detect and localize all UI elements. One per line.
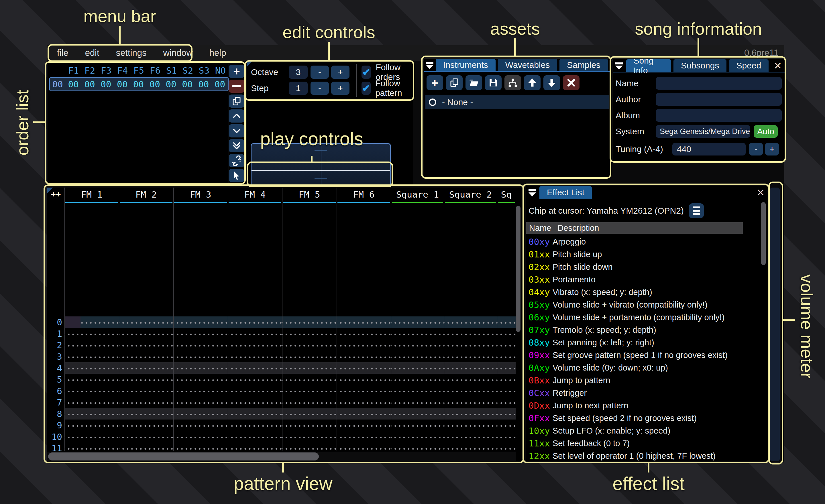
- order-cell[interactable]: 00: [163, 79, 179, 89]
- pattern-row[interactable]: 5: [47, 374, 516, 385]
- name-input[interactable]: [656, 77, 782, 90]
- auto-system-button[interactable]: Auto: [754, 125, 778, 138]
- pattern-cell[interactable]: [173, 420, 228, 431]
- tab-wavetables[interactable]: Wavetables: [498, 59, 557, 71]
- pattern-cell[interactable]: [64, 374, 119, 385]
- octave-decrease-button[interactable]: -: [310, 66, 329, 79]
- deep-clone-order-button[interactable]: [229, 154, 245, 167]
- channel-header-fm-3[interactable]: FM 3: [173, 187, 228, 205]
- add-asset-button[interactable]: +: [427, 75, 443, 90]
- pattern-cell[interactable]: [336, 431, 391, 442]
- pattern-cell[interactable]: [228, 420, 282, 431]
- pattern-cell[interactable]: [497, 431, 516, 442]
- pattern-cell[interactable]: [64, 351, 119, 362]
- close-icon[interactable]: ×: [753, 186, 768, 199]
- pattern-row[interactable]: 9: [47, 420, 516, 431]
- pattern-cell[interactable]: [119, 431, 173, 442]
- pattern-row[interactable]: 3: [47, 351, 516, 362]
- channel-header-fm-6[interactable]: FM 6: [336, 187, 391, 205]
- effect-list-scrollbar[interactable]: [761, 202, 766, 265]
- pattern-cell[interactable]: [173, 431, 228, 442]
- move-order-up-button[interactable]: [229, 109, 245, 122]
- pattern-cell[interactable]: [336, 362, 391, 374]
- pattern-cell[interactable]: [391, 408, 444, 420]
- pattern-cell[interactable]: [119, 385, 173, 397]
- pattern-cell[interactable]: [444, 420, 497, 431]
- effect-row[interactable]: 05xyVolume slide + vibrato (compatibilit…: [526, 299, 761, 311]
- pattern-cell[interactable]: [173, 339, 228, 351]
- tab-effect-list[interactable]: Effect List: [539, 186, 592, 199]
- pattern-cell[interactable]: [391, 362, 444, 374]
- pattern-cell[interactable]: [497, 420, 516, 431]
- pattern-cell[interactable]: [336, 339, 391, 351]
- effect-row[interactable]: 11xxSet feedback (0 to 7): [526, 437, 761, 449]
- tab-speed[interactable]: Speed: [729, 59, 768, 72]
- pattern-cell[interactable]: [282, 339, 336, 351]
- pattern-cell[interactable]: [444, 362, 497, 374]
- pattern-cell[interactable]: [282, 351, 336, 362]
- pattern-row[interactable]: 1: [47, 328, 516, 339]
- pattern-cell[interactable]: [391, 374, 444, 385]
- pattern-cell[interactable]: [173, 351, 228, 362]
- pattern-cell[interactable]: [228, 362, 282, 374]
- pattern-cell[interactable]: [119, 397, 173, 408]
- open-asset-button[interactable]: [465, 75, 482, 90]
- order-column-F3[interactable]: F3: [98, 65, 114, 76]
- pattern-cell[interactable]: [173, 397, 228, 408]
- pattern-cell[interactable]: [391, 339, 444, 351]
- pattern-cell[interactable]: [336, 408, 391, 420]
- effect-row[interactable]: 08xySet panning (x: left; y: right): [526, 336, 761, 349]
- tuning-decrease-button[interactable]: -: [749, 143, 763, 156]
- effect-row[interactable]: 09xxSet groove pattern (speed 1 if no gr…: [526, 349, 761, 361]
- save-asset-button[interactable]: [485, 75, 502, 90]
- collapse-icon[interactable]: [527, 186, 537, 199]
- pattern-cell[interactable]: [64, 339, 119, 351]
- menu-edit[interactable]: edit: [85, 48, 99, 58]
- pattern-cell[interactable]: [497, 374, 516, 385]
- pattern-row[interactable]: 8: [47, 408, 516, 420]
- pattern-cell[interactable]: [336, 328, 391, 339]
- octave-input[interactable]: 3: [289, 66, 308, 79]
- channel-header-square-2[interactable]: Square 2: [444, 187, 497, 205]
- pattern-cell[interactable]: [228, 317, 282, 328]
- pattern-vertical-scrollbar[interactable]: [516, 206, 521, 332]
- order-list-row[interactable]: 0000000000000000000000: [49, 77, 229, 91]
- pattern-cell[interactable]: [228, 397, 282, 408]
- effect-row[interactable]: 07xyTremolo (x: speed; y: depth): [526, 324, 761, 336]
- channel-header-sq[interactable]: Sq: [497, 187, 516, 205]
- add-order-button[interactable]: +: [229, 65, 245, 78]
- duplicate-order-to-end-button[interactable]: [229, 139, 245, 152]
- tuning-increase-button[interactable]: +: [765, 143, 779, 156]
- pattern-cell[interactable]: [64, 362, 119, 374]
- pattern-cell[interactable]: [391, 431, 444, 442]
- pattern-cell[interactable]: [391, 328, 444, 339]
- remove-order-button[interactable]: [229, 80, 245, 93]
- duplicate-asset-button[interactable]: [446, 75, 463, 90]
- step-increase-button[interactable]: +: [331, 82, 350, 95]
- delete-asset-button[interactable]: [563, 75, 580, 90]
- pattern-horizontal-scrollbar[interactable]: [48, 452, 319, 460]
- pattern-cell[interactable]: [228, 408, 282, 420]
- tab-samples[interactable]: Samples: [559, 59, 608, 71]
- effect-row[interactable]: 00xyArpeggio: [526, 235, 761, 248]
- tab-instruments[interactable]: Instruments: [436, 59, 496, 71]
- channel-header-fm-4[interactable]: FM 4: [228, 187, 282, 205]
- pattern-cell[interactable]: [282, 385, 336, 397]
- effect-row[interactable]: 0DxxJump to next pattern: [526, 399, 761, 412]
- pattern-cell[interactable]: [444, 374, 497, 385]
- pattern-cell[interactable]: [228, 351, 282, 362]
- channel-header-square-1[interactable]: Square 1: [391, 187, 444, 205]
- pattern-cell[interactable]: [119, 408, 173, 420]
- system-select[interactable]: Sega Genesis/Mega Drive: [656, 125, 750, 138]
- pattern-cell[interactable]: [64, 397, 119, 408]
- close-icon[interactable]: ×: [771, 59, 784, 72]
- pattern-cell[interactable]: [497, 362, 516, 374]
- order-cell[interactable]: 00: [130, 79, 147, 89]
- pattern-cell[interactable]: [444, 385, 497, 397]
- menu-file[interactable]: file: [57, 48, 68, 58]
- order-column-F5[interactable]: F5: [131, 65, 147, 76]
- pattern-cell[interactable]: [336, 374, 391, 385]
- pattern-cell[interactable]: [119, 420, 173, 431]
- order-cell[interactable]: 00: [65, 79, 82, 89]
- channel-header-fm-5[interactable]: FM 5: [282, 187, 336, 205]
